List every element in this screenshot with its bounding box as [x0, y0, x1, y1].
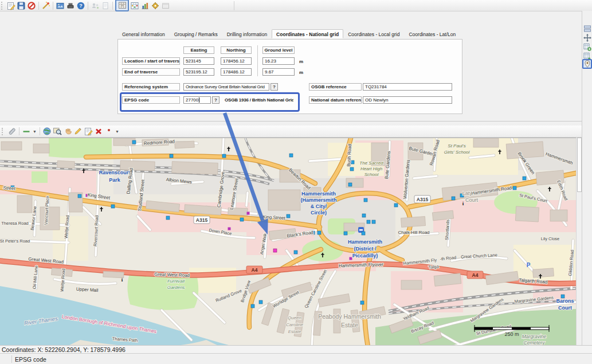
map-viewport[interactable]: iiP A315A315A4A4 Redmore RoadRavenscourt… [0, 138, 576, 346]
status-separator [11, 355, 12, 363]
tab-grouping-remarks[interactable]: Grouping / Remarks [170, 30, 222, 39]
table-view-icon[interactable] [130, 1, 140, 10]
map-label: Estate [341, 322, 358, 328]
globe-icon[interactable] [42, 127, 52, 136]
settings-icon[interactable] [150, 1, 160, 10]
tab-coordinates-national-grid[interactable]: Coordinates - National grid [272, 29, 343, 38]
measure-icon[interactable] [7, 127, 17, 136]
line-style-dropdown-icon[interactable]: ▼ [32, 130, 38, 134]
borehole-marker[interactable] [287, 214, 290, 218]
map-view-button-selected[interactable] [115, 0, 129, 11]
status-bar: EPSG code [0, 353, 592, 364]
point-style-dropdown-icon[interactable]: ▼ [114, 130, 120, 134]
scale-label: 250 m [504, 331, 519, 337]
road-badge-a315: A315 [194, 216, 210, 224]
tab-general-information[interactable]: General information [117, 30, 170, 39]
borehole-marker[interactable] [240, 218, 244, 221]
osgb-reference-input[interactable]: TQ231784 [363, 83, 452, 91]
borehole-marker[interactable] [111, 205, 115, 208]
wizard-icon[interactable] [41, 1, 51, 10]
map-label: Margravine [522, 334, 547, 339]
splitter[interactable] [0, 121, 582, 122]
borehole-marker[interactable] [372, 220, 375, 224]
epsg-help-button[interactable]: ? [212, 96, 219, 104]
referencing-system-label: Referencing system [122, 83, 180, 91]
point-style-icon[interactable] [104, 127, 114, 136]
borehole-marker[interactable] [452, 197, 455, 200]
map-label: Peabody Hammersmith [318, 313, 381, 320]
borehole-marker[interactable] [367, 220, 370, 224]
map-label: (Hammersmith [300, 197, 336, 203]
toolbar-separator [38, 2, 39, 10]
easting-input-end[interactable]: 523195.12 [183, 68, 214, 76]
national-datum-input[interactable]: OD Newlyn [363, 96, 452, 104]
image-icon[interactable] [55, 1, 65, 10]
northing-input-start[interactable]: 178456.12 [221, 57, 252, 65]
borehole-marker[interactable] [132, 140, 136, 144]
borehole-marker[interactable] [348, 183, 352, 186]
map-label: Chalk Hill Road [398, 230, 429, 235]
delete-icon[interactable] [93, 127, 104, 136]
borehole-marker[interactable] [170, 154, 173, 158]
chart-icon[interactable] [140, 1, 150, 10]
toolbar-separator [88, 2, 88, 10]
borehole-marker[interactable] [350, 167, 354, 171]
pan-hand-icon[interactable] [62, 127, 73, 136]
tab-drilling-information[interactable]: Drilling information [222, 30, 272, 39]
add-grid-icon[interactable] [583, 43, 591, 51]
borehole-marker[interactable] [259, 300, 262, 304]
openstreetmap-canvas[interactable]: iiP A315A315A4A4 Redmore RoadRavenscourt… [0, 138, 576, 346]
borehole-marker[interactable] [362, 214, 366, 217]
borehole-marker[interactable] [513, 186, 516, 190]
referencing-system-input[interactable]: Ordnance Survey Great Britain National G… [183, 83, 269, 91]
borehole-marker[interactable] [166, 216, 170, 220]
draw-pencil-icon[interactable] [73, 127, 83, 136]
easting-input-start[interactable]: 523145 [183, 57, 214, 65]
line-style-icon[interactable] [21, 127, 32, 136]
map-label: Hammersmith [348, 239, 382, 245]
selected-borehole-marker[interactable] [273, 249, 277, 252]
toolbar-separator [19, 127, 19, 135]
unit-label: m [299, 59, 303, 64]
keyboard-icon[interactable] [65, 1, 76, 10]
borehole-marker[interactable] [222, 154, 226, 158]
borehole-marker[interactable] [364, 198, 367, 202]
borehole-marker[interactable] [78, 194, 81, 198]
borehole-marker[interactable] [344, 232, 347, 235]
referencing-help-button[interactable]: ? [270, 83, 278, 91]
cancel-icon[interactable] [26, 1, 37, 10]
location-pin-button-selected[interactable] [582, 59, 592, 69]
northing-input-end[interactable]: 178486.12 [221, 68, 252, 76]
layers-icon[interactable] [583, 25, 591, 33]
scrollbar-thumb[interactable] [577, 138, 582, 192]
svg-text:?: ? [79, 3, 83, 9]
map-label: St Paul's [448, 143, 465, 148]
ground-level-input-end[interactable]: 9.67 [262, 68, 295, 76]
map-label: Queen [288, 315, 302, 320]
main-toolbar: ? [0, 0, 592, 11]
tab-strip: General informationGrouping / RemarksDri… [117, 30, 460, 39]
borehole-marker[interactable] [394, 203, 398, 207]
borehole-marker[interactable] [523, 177, 526, 180]
map-label: School [364, 172, 379, 177]
ground-level-input-start[interactable]: 16.23 [262, 57, 295, 65]
borehole-marker[interactable] [317, 231, 321, 234]
borehole-marker[interactable] [251, 304, 254, 308]
borehole-marker[interactable] [294, 251, 297, 254]
epsg-code-input[interactable]: 27700 [183, 96, 211, 104]
shop-icon [228, 228, 231, 230]
borehole-marker[interactable] [289, 154, 293, 157]
map-label: Heart High [360, 166, 383, 171]
move-icon[interactable] [583, 34, 591, 42]
tab-coordinates-lat-lon[interactable]: Coordinates - Lat/Lon [404, 30, 460, 39]
row-label-end-traverse: End of traverse [122, 68, 180, 76]
zoom-map-icon[interactable] [52, 127, 62, 136]
save-icon[interactable] [16, 1, 26, 10]
help-icon[interactable]: ? [76, 1, 86, 10]
tab-coordinates-local-grid[interactable]: Coordinates - Local grid [343, 30, 404, 39]
osgb-reference-label: OSGB reference [309, 83, 362, 91]
borehole-marker[interactable] [362, 232, 365, 235]
edit-note-icon[interactable] [83, 127, 93, 136]
edit-note-icon[interactable] [6, 1, 16, 10]
borehole-marker[interactable] [360, 301, 364, 304]
